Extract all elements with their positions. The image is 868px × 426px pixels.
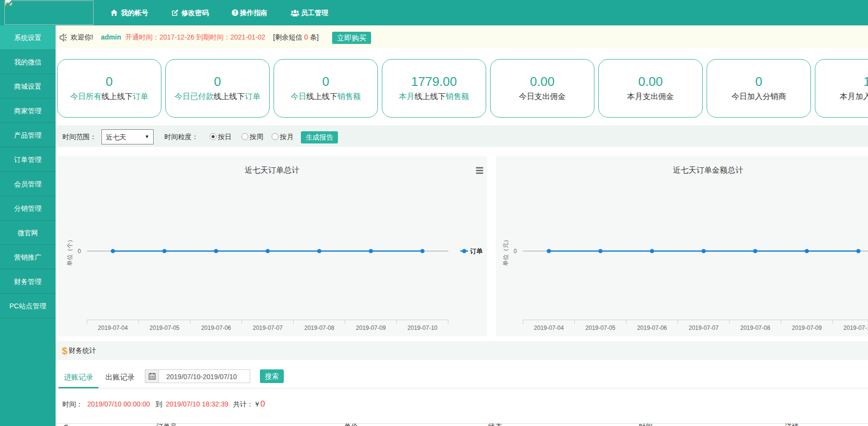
svg-text:2019-07-07: 2019-07-07	[253, 325, 283, 331]
svg-text:2019-07-07: 2019-07-07	[689, 325, 719, 331]
svg-text:2019-07-05: 2019-07-05	[586, 325, 616, 331]
svg-text:订单: 订单	[470, 247, 483, 255]
svg-text:2019-07-08: 2019-07-08	[740, 325, 770, 331]
svg-text:2019-07-09: 2019-07-09	[356, 325, 386, 331]
svg-text:2019-07-05: 2019-07-05	[150, 325, 180, 331]
svg-text:2019-07-06: 2019-07-06	[637, 325, 667, 331]
svg-text:单位（元）: 单位（元）	[502, 237, 509, 266]
svg-text:近七天订单金额总计: 近七天订单金额总计	[673, 166, 743, 174]
svg-text:2019-07-10: 2019-07-10	[408, 325, 438, 331]
svg-text:0: 0	[513, 248, 517, 255]
svg-text:近七天订单总计: 近七天订单总计	[245, 166, 299, 174]
svg-text:2019-07-06: 2019-07-06	[201, 325, 231, 331]
svg-text:2019-07-10: 2019-07-10	[844, 325, 868, 331]
svg-text:2019-07-09: 2019-07-09	[792, 325, 822, 331]
svg-text:2019-07-04: 2019-07-04	[534, 325, 564, 331]
svg-text:2019-07-04: 2019-07-04	[98, 325, 128, 331]
svg-text:2019-07-08: 2019-07-08	[304, 325, 335, 331]
svg-text:0: 0	[78, 248, 81, 255]
svg-text:单位（个）: 单位（个）	[66, 237, 73, 266]
